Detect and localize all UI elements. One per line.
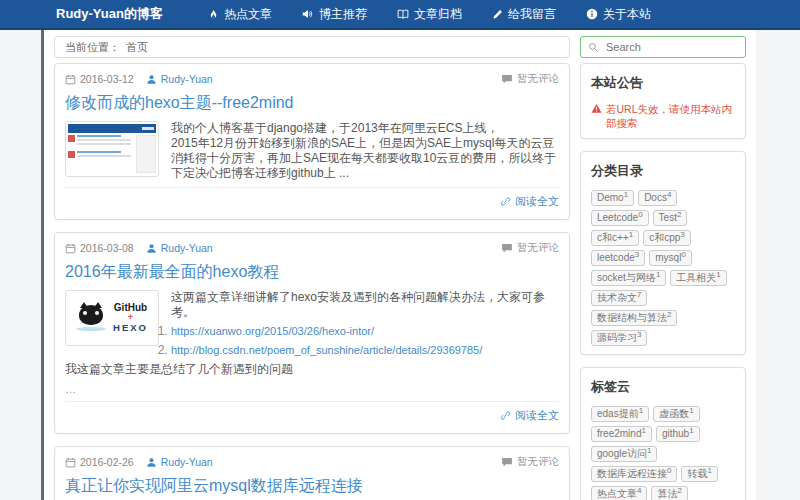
announcement-panel: 本站公告 若URL失效，请使用本站内部搜索 [580,63,746,139]
link-icon [500,410,511,421]
post-card-3: 2016-02-26 Rudy-Yuan 暂无评论 真正让你实现阿里云mysq [54,446,570,500]
comment-icon [501,242,513,254]
read-more-link[interactable]: 阅读全文 [500,408,559,423]
external-link[interactable]: http://blog.csdn.net/poem_of_sunshine/ar… [171,344,482,356]
post-comments-link[interactable]: 暂无评论 [517,241,559,255]
post-author-link[interactable]: Rudy-Yuan [161,456,213,468]
pencil-icon [492,9,503,20]
tag-chip[interactable]: 热点文章4 [591,486,647,500]
book-icon [397,8,409,20]
tag-chip[interactable]: 数据库远程连接0 [591,466,677,482]
calendar-icon [65,74,76,85]
post-comments-link[interactable]: 暂无评论 [517,72,559,86]
read-more-label: 阅读全文 [515,194,559,209]
breadcrumb-label: 当前位置： [65,40,120,55]
fire-icon [208,9,219,20]
categories-panel: 分类目录 Demo1Docs4Leetcode0Test2c和c++1c和cpp… [580,151,746,355]
brand-link[interactable]: Rudy-Yuan的博客 [56,5,163,23]
tag-chip[interactable]: google访问1 [591,446,657,462]
tag-chip[interactable]: 算法2 [651,486,687,500]
post-author-link[interactable]: Rudy-Yuan [161,73,213,85]
readmore-row: 阅读全文 [65,401,559,425]
read-more-link[interactable]: 阅读全文 [500,194,559,209]
post-thumbnail-blog-screenshot [65,121,159,177]
post-card-2: 2016-03-08 Rudy-Yuan 暂无评论 2016年最新最全面的he [54,232,570,434]
search-icon [588,42,599,53]
category-tag[interactable]: leetcode3 [591,250,645,266]
categories-list: Demo1Docs4Leetcode0Test2c和c++1c和cpp3leet… [591,190,735,346]
category-tag[interactable]: Docs4 [638,190,677,206]
tag-chip[interactable]: 虚函数1 [653,406,699,422]
post-comments-link[interactable]: 暂无评论 [517,455,559,469]
category-tag[interactable]: 源码学习3 [591,330,647,346]
user-icon [146,457,157,468]
readmore-row: 阅读全文 [65,187,559,211]
category-tag[interactable]: socket与网络1 [591,270,666,286]
tag-chip[interactable]: edas提前1 [591,406,649,422]
announcement-title: 本站公告 [591,74,735,92]
user-icon [146,243,157,254]
category-tag[interactable]: 技术杂文7 [591,290,647,306]
nav-item-archives[interactable]: 文章归档 [382,0,477,28]
tag-chip[interactable]: free2mind1 [591,426,652,442]
nav-item-hot-articles[interactable]: 热点文章 [193,0,287,28]
user-icon [146,74,157,85]
page: Rudy-Yuan的博客 热点文章 博主推荐 文章归档 给我留言 [0,0,800,500]
comment-icon [501,456,513,468]
post-title-link[interactable]: 真正让你实现阿里云mysql数据库远程连接 [65,476,559,496]
topbar: 当前位置： 首页 [54,36,746,58]
tag-chip[interactable]: github1 [656,426,700,442]
breadcrumb-home-link[interactable]: 首页 [126,40,148,55]
post-list: 2016-03-12 Rudy-Yuan 暂无评论 修改而成的hexo主题-- [54,63,570,500]
link-icon [500,196,511,207]
nav-item-about[interactable]: 关于本站 [571,0,666,28]
announcement-text-row: 若URL失效，请使用本站内部搜索 [591,102,735,130]
post-author-link[interactable]: Rudy-Yuan [161,242,213,254]
external-link[interactable]: https://xuanwo.org/2015/03/26/hexo-intor… [171,325,374,337]
nav-item-label: 文章归档 [414,6,462,23]
post-date: 2016-03-08 [80,242,134,254]
info-icon [586,8,598,20]
calendar-icon [65,457,76,468]
category-tag[interactable]: mysql0 [649,250,692,266]
post-thumbnail-github-hexo: GitHub + HEXO [65,290,159,346]
warning-icon [591,103,602,114]
tagcloud-list: edas提前1虚函数1free2mind1github1google访问1数据库… [591,406,735,500]
categories-title: 分类目录 [591,162,735,180]
navbar: Rudy-Yuan的博客 热点文章 博主推荐 文章归档 给我留言 [0,0,800,30]
post-meta: 2016-02-26 Rudy-Yuan 暂无评论 [65,455,559,469]
nav-item-label: 给我留言 [508,6,556,23]
calendar-icon [65,243,76,254]
sidebar: 本站公告 若URL失效，请使用本站内部搜索 分类目录 Demo1Docs4Lee… [580,63,746,500]
announcement-text: 若URL失效，请使用本站内部搜索 [606,102,735,130]
post-meta: 2016-03-12 Rudy-Yuan 暂无评论 [65,72,559,86]
post-date: 2016-03-12 [80,73,134,85]
search-box [580,36,746,58]
thumbnail-text: HEXO [113,323,148,333]
post-meta: 2016-03-08 Rudy-Yuan 暂无评论 [65,241,559,255]
post-ellipsis: … [65,383,559,395]
tagcloud-title: 标签云 [591,378,735,396]
category-tag[interactable]: c和c++1 [591,230,639,246]
search-input[interactable] [604,40,738,54]
nav-item-label: 博主推荐 [319,6,367,23]
post-title-link[interactable]: 2016年最新最全面的hexo教程 [65,262,559,282]
post-paragraph: 我这篇文章主要是总结了几个新遇到的问题 [65,362,559,377]
nav-item-recommend[interactable]: 博主推荐 [287,0,382,28]
category-tag[interactable]: c和cpp3 [643,230,691,246]
category-tag[interactable]: Demo1 [591,190,634,206]
nav-item-message[interactable]: 给我留言 [477,0,571,28]
post-excerpt: GitHub + HEXO 这两篇文章详细讲解了hexo安装及遇到的各种问题解决… [65,290,559,377]
nav-item-label: 热点文章 [224,6,272,23]
nav-item-label: 关于本站 [603,6,651,23]
category-tag[interactable]: Test2 [653,210,688,226]
tagcloud-panel: 标签云 edas提前1虚函数1free2mind1github1google访问… [580,367,746,500]
main-container: 当前位置： 首页 2016-03-12 [44,30,756,500]
category-tag[interactable]: Leetcode0 [591,210,649,226]
category-tag[interactable]: 数据结构与算法2 [591,310,677,326]
category-tag[interactable]: 工具相关1 [670,270,726,286]
post-date: 2016-02-26 [80,456,134,468]
read-more-label: 阅读全文 [515,408,559,423]
post-title-link[interactable]: 修改而成的hexo主题--free2mind [65,93,559,113]
tag-chip[interactable]: 转载1 [681,466,717,482]
